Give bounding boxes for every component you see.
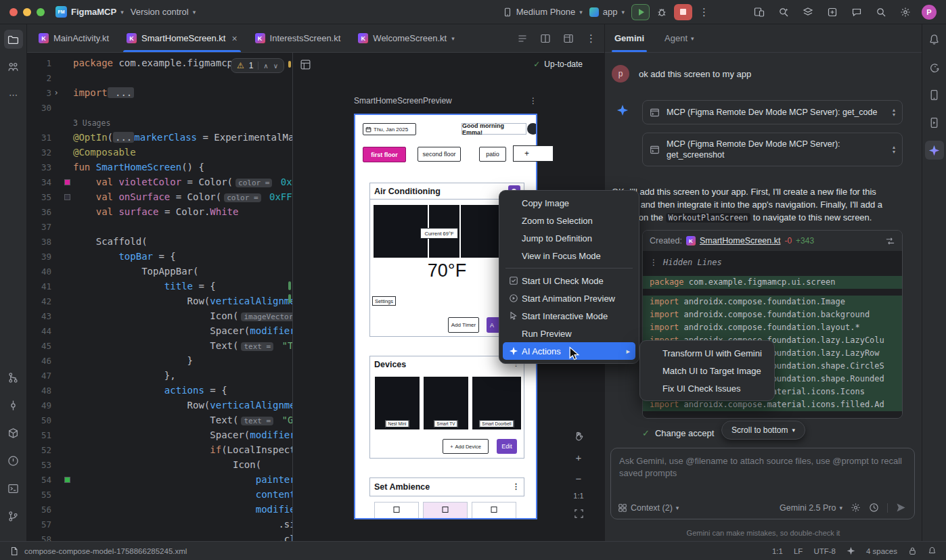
menu-item-start-ui-check-mode[interactable]: Start UI Check Mode [503,272,635,289]
editor-line[interactable]: 42 Row(verticalAlignmen [27,294,292,308]
prompt-settings-icon[interactable] [851,503,861,513]
gemini-tool-icon[interactable] [925,141,944,160]
build-tool-icon[interactable] [4,423,23,442]
editor-line[interactable]: 50 Text(text = "Good [27,413,292,427]
editor-line[interactable]: 41 title = { [27,279,292,294]
ambience-tile[interactable] [423,502,468,519]
tab-gemini[interactable]: Gemini [614,33,644,43]
profile-avatar[interactable] [527,123,537,135]
edit-devices-button[interactable]: Edit [497,439,517,454]
close-icon[interactable]: × [231,33,237,44]
settings-icon[interactable] [900,7,911,18]
editor-line[interactable]: 37 [27,219,292,234]
device-manager-icon[interactable] [925,85,944,104]
split-editor-icon[interactable] [540,33,551,44]
editor-line[interactable]: 31@OptIn(...markerClass = ExperimentalMa… [27,130,292,145]
cursor-position[interactable]: 1:1 [772,547,783,555]
menu-item-jump-to-definition[interactable]: Jump to Definition [503,229,635,247]
debug-button[interactable] [656,7,667,18]
preview-menu-icon[interactable]: ⋮ [529,96,537,106]
editor-line[interactable]: 55 contentD [27,487,292,502]
editor-line[interactable]: 49 Row(verticalAlignmen [27,398,292,413]
menu-item-copy-image[interactable]: Copy Image [503,194,635,212]
chat-icon[interactable] [851,7,862,18]
editor-line[interactable]: 51 Spacer(modifier [27,427,292,442]
status-file-name[interactable]: compose-compose-model-1758866285245.xml [24,547,187,555]
problems-tool-icon[interactable] [4,451,23,470]
editor-line[interactable]: 40 TopAppBar( [27,264,292,279]
plugins-icon[interactable] [827,7,838,18]
zoom-level[interactable]: 1:1 [573,492,583,500]
zoom-out-button[interactable]: − [571,471,586,486]
maximize-window-button[interactable] [37,8,45,16]
run-config-selector[interactable]: app ▾ [589,7,625,17]
zoom-in-button[interactable]: + [571,450,586,465]
editor-line[interactable]: 38 Scaffold( [27,234,292,249]
editor-line[interactable]: 45 Text(text = "Thu, [27,338,292,353]
terminal-tool-icon[interactable] [4,479,23,498]
commit-tool-icon[interactable] [4,396,23,415]
ambience-tile[interactable] [472,502,516,519]
inspections-widget[interactable]: ⚠ 1 ∧ ∨ [231,58,284,73]
fold-marker[interactable]: › [51,88,61,97]
minimize-window-button[interactable] [23,8,31,16]
vcs-widget[interactable]: Version control ▾ [131,7,196,17]
menu-item-start-interactive-mode[interactable]: Start Interactive Mode [503,307,635,325]
preview-layout-icon[interactable] [300,59,311,70]
settings-chip[interactable]: Settings [372,296,396,306]
floor-tab-patio[interactable]: patio [479,147,506,162]
device-tile[interactable]: Nest Mini [375,377,420,429]
more-tools-icon[interactable]: ⋯ [4,85,23,104]
menu-item-match-ui-to-target-image[interactable]: Match UI to Target Image [644,362,771,379]
created-file-link[interactable]: SmartHomeScreen.kt [700,236,780,246]
structure-list-icon[interactable] [517,33,528,44]
prev-issue-icon[interactable]: ∧ [263,62,268,70]
ai-search-icon[interactable] [778,7,789,18]
ambience-tile[interactable] [374,502,419,519]
editor-line[interactable]: 53 Icon( [27,457,292,472]
editor-line[interactable]: 3›import ... [27,85,292,100]
model-selector[interactable]: Gemini 2.5 Pro▾ [780,503,842,513]
editor-line[interactable]: 57 .siz [27,517,292,532]
editor-line[interactable]: 32@Composable [27,145,292,160]
layers-icon[interactable] [803,7,813,18]
ai-status-icon[interactable] [847,546,855,555]
notifications-status-icon[interactable] [928,546,937,555]
ambience-menu-icon[interactable]: ⋮ [512,482,520,491]
prompt-input[interactable]: Ask Gemini, use @filename to attach sour… [610,448,915,519]
mcp-call-get-screenshot[interactable]: MCP (Figma Remote Dev Mode MCP Server): … [642,133,903,166]
floor-tab-first[interactable]: first floor [363,147,406,162]
tab-agent[interactable]: Agent▾ [665,33,694,43]
more-actions-icon[interactable]: ⋮ [699,6,709,18]
menu-item-fix-ui-check-issues[interactable]: Fix UI Check Issues [644,379,771,397]
open-diff-icon[interactable] [885,236,895,246]
tab-mainactivity-kt[interactable]: KMainActivity.kt [30,24,118,52]
send-icon[interactable] [896,503,906,513]
expand-icon[interactable]: ▴▾ [893,145,895,154]
device-selector[interactable]: Medium Phone ▾ [503,7,583,17]
indent-setting[interactable]: 4 spaces [866,547,897,555]
editor-line[interactable]: 52 if(LocalInspecti [27,442,292,457]
add-floor-chip[interactable]: + [513,145,554,162]
gradle-icon[interactable] [925,57,944,76]
add-device-button[interactable]: +Add Device [443,439,489,454]
editor-line[interactable]: 58 .cli [27,532,292,541]
editor-line[interactable]: 34 val violetColor = Color(color = 0xFFE… [27,174,292,189]
tab-more-icon[interactable]: ⋮ [586,32,596,45]
user-avatar[interactable]: P [922,5,937,20]
editor-line[interactable]: 30 [27,100,292,115]
close-window-button[interactable] [9,8,18,16]
editor-line[interactable]: 36 val surface = Color.White [27,204,292,219]
project-selector[interactable]: FM FigmaMCP ▾ [55,6,124,18]
chevron-down-icon[interactable]: ▾ [451,35,455,42]
run-button[interactable] [631,4,650,20]
device-mirroring-icon[interactable] [754,7,765,18]
menu-item-zoom-to-selection[interactable]: Zoom to Selection [503,212,635,229]
editor-line[interactable]: 3 Usages [27,115,292,130]
date-chip[interactable]: Thu, Jan 2025 [363,123,416,135]
layout-columns-icon[interactable] [563,33,574,44]
code-editor[interactable]: 1package com.example.figmamcp.u23›import… [27,53,292,541]
menu-item-view-in-focus-mode[interactable]: View in Focus Mode [503,247,635,264]
search-icon[interactable] [876,7,886,18]
menu-item-start-animation-preview[interactable]: Start Animation Preview [503,289,635,307]
